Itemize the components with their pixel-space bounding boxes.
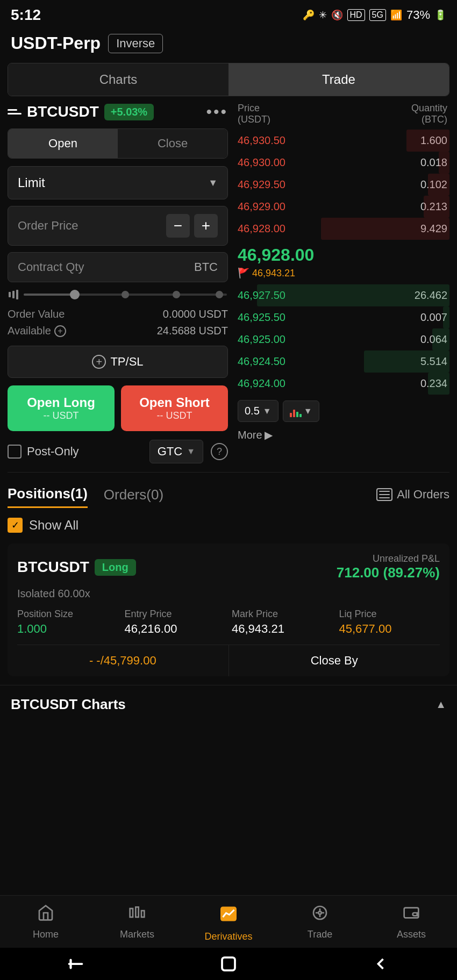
bid-price: 46,925.00 — [238, 333, 285, 346]
order-value-label: Order Value — [8, 308, 65, 320]
symbol-row: BTCUSDT +5.03% ••• — [8, 103, 228, 121]
open-close-toggle: Open Close — [8, 128, 228, 159]
home-icon — [37, 904, 54, 926]
options-row: Post-Only GTC ▼ ? — [8, 440, 228, 463]
pos-symbol-group: BTCUSDT Long — [17, 559, 136, 576]
tab-trade[interactable]: Trade — [228, 63, 449, 96]
ob-ask-row[interactable]: 46,928.00 9.429 — [235, 218, 449, 240]
pos-mark-value: 46,943.21 — [232, 622, 333, 636]
nav-assets[interactable]: Assets — [384, 904, 438, 942]
5g-icon: 5G — [369, 9, 386, 21]
ob-bid-row[interactable]: 46,924.50 5.514 — [235, 350, 449, 373]
ask-price: 46,930.50 — [238, 134, 285, 147]
ob-bid-row[interactable]: 46,924.00 0.234 — [235, 373, 449, 395]
nav-home[interactable]: Home — [19, 904, 73, 942]
show-all-checkbox[interactable]: ✓ — [8, 518, 23, 533]
svg-point-5 — [318, 911, 321, 914]
tab-charts[interactable]: Charts — [8, 63, 228, 96]
ob-more-button[interactable]: More ▶ — [238, 428, 447, 441]
ob-size-arrow-icon: ▼ — [263, 406, 272, 416]
pos-isolated: Isolated 60.00x — [17, 588, 440, 600]
pos-details-grid: Position Size 1.000 Entry Price 46,216.0… — [17, 609, 440, 636]
ob-mid-price[interactable]: 46,928.00 — [235, 240, 449, 266]
open-long-button[interactable]: Open Long -- USDT — [8, 385, 115, 431]
post-only-checkbox[interactable]: Post-Only — [8, 445, 79, 459]
assets-icon — [403, 904, 420, 926]
ob-ask-row[interactable]: 46,929.50 0.102 — [235, 174, 449, 196]
pos-card-header: BTCUSDT Long Unrealized P&L 712.00 (89.2… — [17, 553, 440, 581]
charts-section[interactable]: BTCUSDT Charts ▲ — [0, 685, 457, 724]
bid-price: 46,924.00 — [238, 377, 285, 390]
pos-closeby-button[interactable]: Close By — [229, 645, 440, 676]
all-orders-button[interactable]: All Orders — [376, 488, 449, 502]
ob-type-button[interactable]: ▼ — [283, 400, 319, 422]
pos-pnl-label: Unrealized P&L — [337, 553, 440, 564]
ob-bid-row[interactable]: 46,925.00 0.064 — [235, 328, 449, 350]
tab-positions[interactable]: Positions(1) — [8, 481, 88, 508]
ob-size-select[interactable]: 0.5 ▼ — [238, 400, 279, 422]
ob-ask-row[interactable]: 46,929.00 0.213 — [235, 196, 449, 218]
svg-point-4 — [313, 906, 326, 919]
main-content: BTCUSDT +5.03% ••• Open Close Limit ▼ Or… — [0, 103, 457, 463]
pos-pnl-group: Unrealized P&L 712.00 (89.27%) — [337, 553, 440, 581]
more-options-icon[interactable]: ••• — [206, 103, 228, 121]
ob-ask-row[interactable]: 46,930.50 1.600 — [235, 130, 449, 152]
pos-liq-item: Liq Price 45,677.00 — [339, 609, 440, 636]
ob-qty-header: Quantity(BTC) — [411, 103, 447, 125]
bid-price: 46,925.50 — [238, 311, 285, 324]
slider-icon — [9, 290, 18, 299]
symbol-name[interactable]: BTCUSDT — [27, 103, 99, 120]
contract-qty-label: Contract Qty — [18, 260, 84, 274]
derivatives-icon — [219, 904, 238, 928]
price-decrease-button[interactable]: − — [166, 214, 190, 238]
gtc-select[interactable]: GTC ▼ — [149, 440, 203, 463]
order-value-amount: 0.0000 USDT — [163, 308, 228, 320]
open-btn[interactable]: Open — [8, 129, 118, 158]
tab-orders[interactable]: Orders(0) — [104, 482, 163, 507]
pos-symbol-name: BTCUSDT — [17, 559, 89, 576]
system-home-button[interactable] — [219, 954, 238, 974]
status-time: 5:12 — [11, 6, 41, 24]
mute-icon: 🔇 — [331, 9, 343, 21]
battery-percent: 73% — [406, 8, 430, 22]
charts-chevron-icon: ▲ — [435, 698, 446, 711]
ob-size-label: 0.5 — [245, 405, 260, 417]
price-increase-button[interactable]: + — [194, 214, 218, 238]
ob-bid-row[interactable]: 46,925.50 0.007 — [235, 306, 449, 328]
leverage-slider[interactable] — [24, 294, 227, 296]
nav-trade[interactable]: Trade — [293, 904, 347, 942]
nav-markets[interactable]: Markets — [110, 904, 164, 942]
menu-icon[interactable] — [8, 109, 22, 115]
ob-header: Price(USDT) Quantity(BTC) — [235, 103, 449, 130]
positions-header: Positions(1) Orders(0) All Orders — [0, 481, 457, 508]
show-all-row: ✓ Show All — [0, 513, 457, 543]
pos-mark-item: Mark Price 46,943.21 — [232, 609, 333, 636]
order-type-select[interactable]: Limit ▼ — [8, 166, 228, 199]
tpsl-button[interactable]: + TP/SL — [8, 346, 228, 378]
available-amount: 24.5688 USDT — [157, 325, 228, 337]
ob-bids: 46,927.50 26.462 46,925.50 0.007 46,925.… — [235, 284, 449, 395]
ask-price: 46,930.00 — [238, 156, 285, 169]
order-type-label: Limit — [18, 175, 45, 190]
post-only-label: Post-Only — [27, 445, 79, 459]
open-short-button[interactable]: Open Short -- USDT — [121, 385, 228, 431]
order-value-row: Order Value 0.0000 USDT — [8, 308, 228, 320]
contract-qty-row[interactable]: Contract Qty BTC — [8, 252, 228, 282]
pos-pnl-value: 712.00 (89.27%) — [337, 564, 440, 581]
system-recents-button[interactable] — [371, 954, 390, 974]
add-funds-icon[interactable]: + — [54, 325, 66, 337]
pos-action1-button[interactable]: - -/45,799.00 — [17, 645, 228, 676]
nav-derivatives[interactable]: Derivatives — [202, 904, 255, 942]
system-back-button[interactable] — [67, 954, 86, 974]
svg-rect-2 — [141, 911, 144, 917]
ob-ask-row[interactable]: 46,930.00 0.018 — [235, 152, 449, 174]
order-price-row: Order Price − + — [8, 206, 228, 246]
help-icon[interactable]: ? — [211, 443, 228, 460]
nav-derivatives-label: Derivatives — [204, 931, 252, 942]
ob-bid-row[interactable]: 46,927.50 26.462 — [235, 284, 449, 306]
close-btn[interactable]: Close — [118, 129, 227, 158]
header-badge[interactable]: Inverse — [108, 34, 163, 53]
ob-mark-price: 🚩 46,943.21 — [235, 266, 449, 284]
order-book: Price(USDT) Quantity(BTC) 46,930.50 1.60… — [233, 103, 449, 463]
markets-icon — [128, 904, 146, 926]
